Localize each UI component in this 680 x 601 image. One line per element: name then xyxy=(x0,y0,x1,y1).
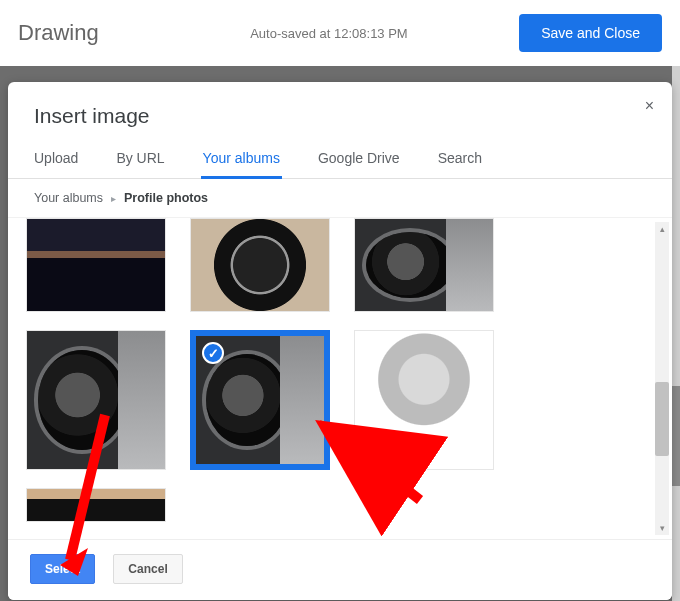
album-image-selected[interactable]: ✓ xyxy=(190,330,330,470)
album-image[interactable] xyxy=(190,218,330,312)
autosave-status: Auto-saved at 12:08:13 PM xyxy=(99,26,519,41)
album-image[interactable] xyxy=(26,488,166,522)
drawing-header: Drawing Auto-saved at 12:08:13 PM Save a… xyxy=(0,0,680,66)
dialog-title: Insert image xyxy=(34,104,646,128)
tab-your-albums[interactable]: Your albums xyxy=(203,140,280,178)
chevron-right-icon: ▸ xyxy=(111,193,116,204)
dialog-footer: Select Cancel xyxy=(8,539,672,600)
breadcrumb: Your albums ▸ Profile photos xyxy=(8,179,672,217)
tab-upload[interactable]: Upload xyxy=(34,140,78,178)
save-and-close-button[interactable]: Save and Close xyxy=(519,14,662,52)
dialog-header: Insert image × xyxy=(8,82,672,138)
scroll-down-icon[interactable]: ▾ xyxy=(655,521,669,535)
album-image[interactable] xyxy=(354,330,494,470)
page-scrollbar[interactable] xyxy=(672,66,680,601)
dialog-tabs: Upload By URL Your albums Google Drive S… xyxy=(8,138,672,179)
select-button[interactable]: Select xyxy=(30,554,95,584)
insert-image-dialog: Insert image × Upload By URL Your albums… xyxy=(8,82,672,600)
selected-check-icon: ✓ xyxy=(202,342,224,364)
grid-scrollbar[interactable]: ▴ ▾ xyxy=(655,222,669,535)
image-grid: ✓ xyxy=(26,218,586,522)
close-icon[interactable]: × xyxy=(645,98,654,114)
album-image[interactable] xyxy=(26,330,166,470)
album-image[interactable] xyxy=(26,218,166,312)
cancel-button[interactable]: Cancel xyxy=(113,554,182,584)
tab-google-drive[interactable]: Google Drive xyxy=(318,140,400,178)
page-title: Drawing xyxy=(18,20,99,46)
scroll-up-icon[interactable]: ▴ xyxy=(655,222,669,236)
breadcrumb-album[interactable]: Profile photos xyxy=(124,191,208,205)
album-scroll-area: ✓ ▴ ▾ xyxy=(8,217,672,539)
tab-search[interactable]: Search xyxy=(438,140,482,178)
album-image[interactable] xyxy=(354,218,494,312)
scroll-thumb[interactable] xyxy=(655,382,669,456)
tab-by-url[interactable]: By URL xyxy=(116,140,164,178)
breadcrumb-root[interactable]: Your albums xyxy=(34,191,103,205)
